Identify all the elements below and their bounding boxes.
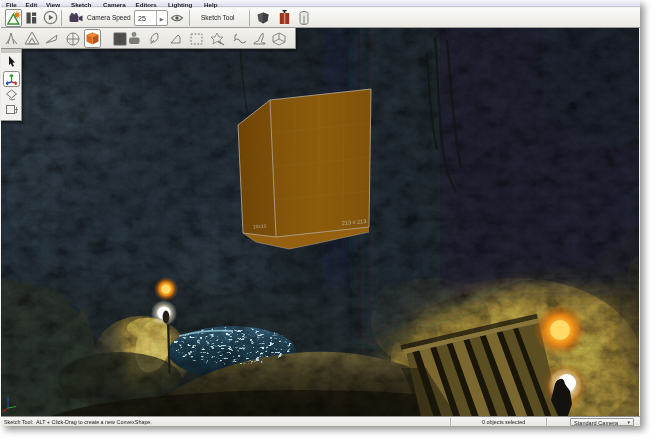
svg-text:10x10: 10x10 bbox=[253, 223, 267, 230]
